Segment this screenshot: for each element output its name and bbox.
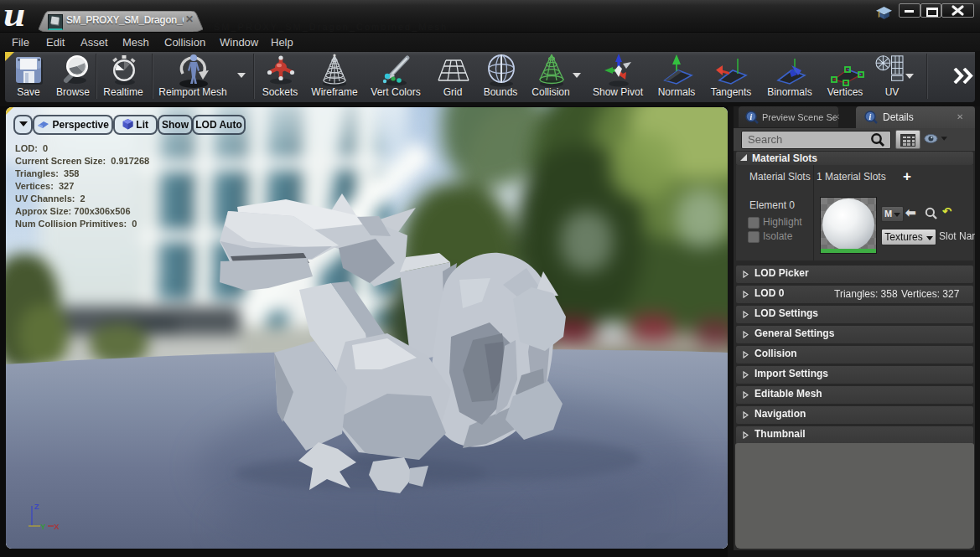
svg-text:Z: Z — [34, 502, 39, 511]
svg-text:Y: Y — [40, 522, 46, 531]
svg-text:X: X — [54, 522, 60, 531]
svg-text:i: i — [750, 112, 753, 121]
svg-text:i: i — [869, 112, 872, 121]
